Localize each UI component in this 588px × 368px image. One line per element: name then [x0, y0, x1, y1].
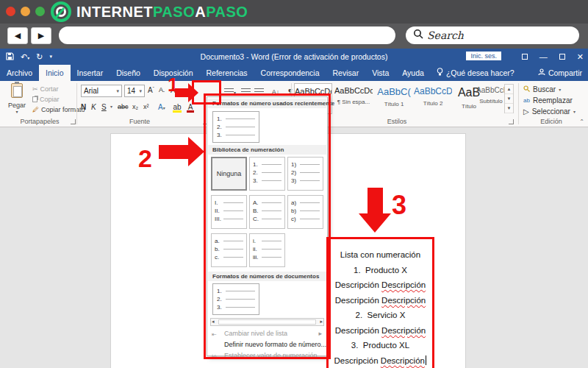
tab-insertar[interactable]: Insertar [71, 65, 110, 81]
tab-referencias[interactable]: Referencias [200, 65, 254, 81]
paste-button[interactable]: Pegar ▾ [4, 83, 29, 117]
window-controls: — ✕ [522, 49, 584, 65]
tab-vista[interactable]: Vista [365, 65, 395, 81]
italic-button[interactable]: K [91, 103, 96, 111]
doc-line-item: 2. Servicio X [329, 308, 432, 323]
doc-line-desc: Descripción Descripción [329, 277, 432, 293]
grow-font-button[interactable]: Aˆ [148, 86, 154, 94]
back-button[interactable]: ◀ [7, 27, 28, 44]
sort-icon: A↓ [272, 88, 280, 96]
font-family-select[interactable]: Arial▾ [81, 85, 122, 97]
set-value-icon: ½ [212, 352, 217, 361]
ribbon-display-options-icon[interactable] [522, 52, 528, 61]
scroll-left-icon[interactable]: ◂ [212, 319, 215, 325]
numbering-option-roman-lower[interactable]: i. ii. iii. [249, 233, 285, 267]
menu-change-list-level[interactable]: ⇤ Cambiar nivel de lista ▸ [208, 329, 326, 339]
style-sin-espaciado[interactable]: AaBbCcDc ¶ Sin espa... [334, 83, 373, 114]
numbering-option-alpha-paren[interactable]: a) b) c) [287, 195, 323, 229]
numbering-option-1paren[interactable]: 1) 2) 3) [287, 157, 323, 191]
doc-line-title: Lista con numeración [329, 247, 432, 263]
window-minimize-dot[interactable] [21, 7, 30, 16]
text-cursor [426, 355, 427, 365]
multilevel-list-icon [224, 88, 234, 96]
gallery-down-icon[interactable]: ▼ [505, 94, 513, 104]
ribbon-tabs: Archivo Inicio Insertar Diseño Disposici… [0, 65, 588, 81]
text-effects-button[interactable]: A▾ [158, 103, 165, 111]
forward-button[interactable]: ▶ [31, 27, 51, 44]
find-button[interactable]: Buscar▾ [523, 85, 561, 93]
tab-correspondencia[interactable]: Correspondencia [254, 65, 326, 81]
tab-ayuda[interactable]: Ayuda [395, 65, 431, 81]
tab-inicio[interactable]: Inicio [39, 65, 71, 81]
share-button[interactable]: Compartir [538, 65, 582, 81]
collapse-ribbon-icon[interactable]: ⌃ [579, 118, 584, 125]
superscript-button[interactable]: x² [143, 103, 149, 110]
dropdown-scrollbar[interactable]: ◂ ▸ [210, 318, 324, 326]
style-subtitulo[interactable]: AaBbCcD Subtítulo [476, 83, 506, 114]
screenshot-root: INTERNETPASOAPASO ◀ ▶ Search ↶▾ ↻ ▾ Docu… [0, 0, 588, 368]
gallery-more-icon[interactable]: ▼ [505, 104, 513, 113]
minimize-icon[interactable]: — [539, 52, 548, 61]
search-icon [413, 29, 423, 42]
highlight-button[interactable]: ab [173, 103, 182, 113]
numbering-option-alpha-lower[interactable]: a. b. c. [211, 233, 247, 267]
search-box[interactable]: Search [406, 26, 579, 44]
menu-define-number-format[interactable]: Definir nuevo formato de número... [208, 340, 326, 350]
search-label: Search [427, 29, 464, 41]
replace-button[interactable]: ab Reemplazar [523, 96, 573, 105]
scroll-right-icon[interactable]: ▸ [320, 319, 323, 325]
strikethrough-button[interactable]: abc [118, 103, 129, 110]
restore-icon[interactable] [559, 52, 565, 61]
subscript-button[interactable]: x₂ [132, 103, 138, 110]
style-titulo-2[interactable]: AaBbCcD Título 2 [414, 83, 452, 114]
tab-diseno[interactable]: Diseño [110, 65, 147, 81]
recent-formats-header: Formatos de número usados recientemente [208, 99, 326, 108]
word-titlebar: ↶▾ ↻ ▾ Documento3 - Word (Error de activ… [0, 49, 588, 65]
annotation-step-3: 3 [392, 190, 406, 221]
numbering-option-roman-upper[interactable]: I. II. III. [211, 195, 247, 229]
lightbulb-icon [437, 68, 443, 78]
clipboard-dialog-launcher[interactable] [71, 119, 76, 124]
underline-button[interactable]: S [101, 103, 107, 111]
shrink-font-button[interactable]: Aˇ [159, 86, 165, 95]
tell-me-box[interactable]: ¿Qué desea hacer? [431, 65, 520, 81]
numbering-option-alpha-upper[interactable]: A. B. C. [249, 195, 285, 229]
bold-button[interactable]: N [81, 103, 86, 111]
numbering-option-1dot[interactable]: 1. 2. 3. [249, 157, 285, 191]
forward-icon: ▶ [38, 31, 44, 40]
numbering-dropdown: Formatos de número usados recientemente … [207, 96, 328, 356]
doc-line-item: 3. Producto XL [329, 338, 432, 353]
internetpasoapaso-logo-icon [49, 1, 74, 26]
library-header: Biblioteca de numeración [208, 145, 326, 155]
back-icon: ◀ [15, 31, 21, 40]
copy-button[interactable]: Copiar [32, 96, 60, 103]
numbering-option-none[interactable]: Ninguna [211, 157, 247, 191]
recent-format-option[interactable]: 1. 2. 3. [212, 111, 259, 143]
tab-revisar[interactable]: Revisar [326, 65, 366, 81]
close-icon[interactable]: ✕ [577, 52, 584, 62]
submenu-arrow-icon: ▸ [318, 329, 322, 339]
gallery-up-icon[interactable]: ▲ [505, 85, 513, 94]
window-close-dot[interactable] [6, 7, 15, 16]
style-titulo-1[interactable]: AaBbC( Título 1 [375, 83, 413, 114]
document-format-option[interactable]: 1. 2. 3. [212, 283, 259, 315]
address-bar[interactable] [59, 26, 395, 44]
decrease-indent-icon [241, 88, 251, 96]
clipboard-icon [11, 83, 23, 98]
menu-set-numbering-value[interactable]: ½ Establecer valor de numeración... [208, 351, 326, 361]
scissors-icon: ✂ [32, 85, 38, 93]
select-button[interactable]: ▷ Seleccionar▾ [523, 107, 576, 116]
select-cursor-icon: ▷ [523, 107, 529, 116]
brand-bar: INTERNETPASOAPASO [0, 0, 588, 24]
font-size-select[interactable]: 14▾ [124, 85, 145, 97]
tab-archivo[interactable]: Archivo [0, 65, 39, 81]
sign-in-button[interactable]: Inic. ses. [466, 52, 501, 60]
styles-dialog-launcher[interactable] [509, 119, 514, 124]
window-zoom-dot[interactable] [35, 7, 45, 16]
brand-title: INTERNETPASOAPASO [76, 4, 248, 21]
cut-button[interactable]: ✂Cortar [32, 85, 59, 93]
pilcrow-icon: ¶ [288, 88, 293, 96]
font-color-button[interactable]: A [187, 103, 194, 113]
replace-icon: ab [523, 97, 530, 104]
underline-dropdown-icon[interactable]: ▾ [110, 104, 112, 109]
